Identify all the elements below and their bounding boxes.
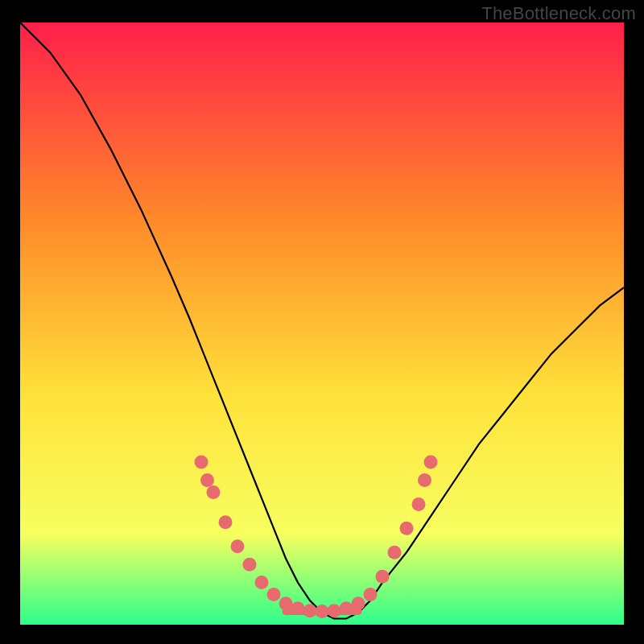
curve-marker xyxy=(231,539,245,553)
curve-marker xyxy=(352,597,365,610)
curve-marker xyxy=(255,576,269,589)
curve-marker xyxy=(316,605,329,618)
curve-marker xyxy=(376,570,390,584)
curve-marker xyxy=(364,588,378,601)
curve-marker xyxy=(219,515,233,529)
curve-marker xyxy=(195,456,208,469)
curve-marker xyxy=(400,522,414,535)
watermark-text: TheBottleneck.com xyxy=(481,3,636,24)
curve-marker xyxy=(418,473,431,487)
curve-marker xyxy=(303,604,317,617)
curve-marker xyxy=(200,473,214,487)
chart-frame: TheBottleneck.com xyxy=(0,0,644,644)
curve-marker xyxy=(279,597,293,610)
plot-area xyxy=(20,23,624,625)
curve-marker xyxy=(207,485,221,499)
curve-marker xyxy=(424,456,438,469)
curve-marker xyxy=(328,604,341,617)
curve-marker xyxy=(340,601,353,615)
curve-marker xyxy=(267,588,281,601)
chart-svg xyxy=(20,23,624,625)
curve-marker xyxy=(243,558,257,572)
gradient-background xyxy=(20,23,624,625)
curve-marker xyxy=(412,497,426,511)
curve-marker xyxy=(291,601,305,615)
curve-marker xyxy=(388,546,402,559)
